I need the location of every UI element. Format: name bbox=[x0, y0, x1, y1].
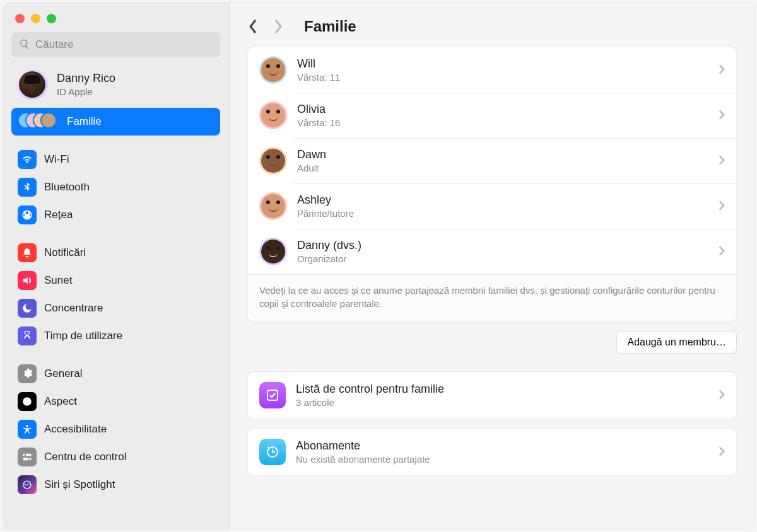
avatar bbox=[259, 147, 287, 175]
member-name: Dawn bbox=[297, 148, 326, 161]
avatar bbox=[259, 192, 287, 220]
sidebar-item-bluetooth[interactable]: Bluetooth bbox=[11, 173, 220, 201]
sidebar-item-label: Wi-Fi bbox=[44, 153, 69, 166]
chevron-right-icon bbox=[719, 389, 725, 402]
sidebar-item-network[interactable]: Rețea bbox=[11, 201, 220, 229]
checklist-icon bbox=[259, 382, 286, 408]
members-footer-text: Vedeți la ce au acces și ce anume partaj… bbox=[248, 274, 736, 321]
hourglass-icon bbox=[18, 327, 37, 345]
account-name: Danny Rico bbox=[57, 72, 115, 85]
sidebar-item-label: Accesibilitate bbox=[44, 423, 107, 436]
sidebar-item-control-center[interactable]: Centru de control bbox=[11, 443, 220, 471]
sidebar-item-sound[interactable]: Sunet bbox=[11, 267, 220, 294]
svg-point-2 bbox=[25, 454, 26, 456]
sidebar-item-label: Sunet bbox=[44, 274, 72, 287]
search-field[interactable] bbox=[11, 32, 220, 57]
sidebar-item-family[interactable]: Familie bbox=[11, 108, 220, 136]
member-sub: Adult bbox=[297, 163, 326, 173]
sidebar-item-wifi[interactable]: Wi-Fi bbox=[11, 146, 220, 173]
sidebar-item-label: Timp de utilizare bbox=[44, 330, 122, 342]
family-members-panel: Will Vârsta: 11 Olivia Vârsta: 16 Dawn A… bbox=[247, 47, 737, 322]
chevron-right-icon bbox=[719, 200, 725, 213]
subscriptions-icon bbox=[259, 439, 286, 465]
member-sub: Vârsta: 11 bbox=[297, 72, 340, 83]
main-header: Familie bbox=[230, 3, 754, 47]
siri-icon bbox=[18, 475, 37, 494]
sidebar-item-label: Notificări bbox=[44, 246, 86, 259]
family-member-row[interactable]: Ashley Părinte/tutore bbox=[248, 183, 736, 229]
chevron-right-icon bbox=[719, 64, 725, 77]
nav-forward-button bbox=[273, 18, 284, 35]
option-title: Abonamente bbox=[296, 439, 430, 453]
subscriptions-panel: Abonamente Nu există abonamente partajat… bbox=[247, 428, 737, 476]
sidebar-item-account[interactable]: Danny Rico ID Apple bbox=[3, 62, 229, 107]
sidebar-item-accessibility[interactable]: Accesibilitate bbox=[11, 415, 220, 443]
avatar bbox=[259, 56, 287, 84]
svg-point-0 bbox=[26, 425, 28, 427]
search-input[interactable] bbox=[35, 38, 213, 51]
option-title: Listă de control pentru familie bbox=[296, 383, 444, 396]
search-icon bbox=[19, 38, 30, 52]
sidebar-item-label: Aspect bbox=[44, 395, 77, 408]
sidebar-item-label: Rețea bbox=[44, 209, 73, 221]
svg-point-4 bbox=[28, 458, 30, 460]
member-name: Olivia bbox=[297, 103, 340, 116]
minimize-icon[interactable] bbox=[31, 14, 40, 23]
globe-icon bbox=[18, 205, 37, 224]
option-sub: Nu există abonamente partajate bbox=[296, 454, 430, 465]
sidebar-item-siri[interactable]: Siri și Spotlight bbox=[11, 471, 220, 499]
account-sub: ID Apple bbox=[57, 86, 115, 97]
svg-rect-1 bbox=[23, 454, 32, 456]
gear-icon bbox=[18, 364, 37, 383]
bluetooth-icon bbox=[18, 178, 37, 197]
family-member-row[interactable]: Danny (dvs.) Organizator bbox=[248, 229, 736, 274]
svg-rect-3 bbox=[23, 458, 32, 461]
chevron-right-icon bbox=[719, 154, 725, 168]
sidebar-item-appearance[interactable]: Aspect bbox=[11, 388, 220, 415]
sidebar-item-label: Siri și Spotlight bbox=[44, 478, 115, 491]
avatar bbox=[259, 101, 287, 129]
wifi-icon bbox=[18, 150, 37, 169]
member-sub: Vârsta: 16 bbox=[297, 117, 340, 128]
add-member-button[interactable]: Adaugă un membru… bbox=[616, 331, 737, 354]
main-content: Familie Will Vârsta: 11 Olivia Vârsta: 1… bbox=[230, 3, 754, 529]
avatar bbox=[259, 238, 287, 265]
sidebar-item-label: General bbox=[44, 367, 82, 380]
bell-icon bbox=[18, 243, 37, 262]
speaker-icon bbox=[18, 271, 37, 290]
page-title: Familie bbox=[304, 18, 356, 35]
member-name: Ashley bbox=[297, 194, 354, 207]
subscriptions-row[interactable]: Abonamente Nu există abonamente partajat… bbox=[248, 429, 736, 475]
family-member-row[interactable]: Olivia Vârsta: 16 bbox=[248, 93, 736, 138]
avatar bbox=[16, 69, 48, 100]
moon-icon bbox=[18, 299, 37, 318]
zoom-icon[interactable] bbox=[47, 14, 56, 23]
sidebar-item-general[interactable]: General bbox=[11, 360, 220, 388]
sidebar-item-screentime[interactable]: Timp de utilizare bbox=[11, 322, 220, 350]
accessibility-icon bbox=[18, 420, 37, 439]
sidebar-item-notifications[interactable]: Notificări bbox=[11, 239, 220, 267]
sidebar-item-label: Familie bbox=[67, 115, 102, 128]
sidebar: Danny Rico ID Apple Familie Wi-Fi bbox=[3, 3, 230, 529]
appearance-icon bbox=[18, 392, 37, 411]
sidebar-item-label: Centru de control bbox=[44, 451, 126, 463]
chevron-right-icon bbox=[719, 109, 725, 122]
sliders-icon bbox=[18, 448, 37, 466]
member-sub: Părinte/tutore bbox=[297, 208, 354, 219]
chevron-right-icon bbox=[719, 446, 725, 459]
member-sub: Organizator bbox=[297, 253, 361, 264]
sidebar-item-focus[interactable]: Concentrare bbox=[11, 294, 220, 322]
option-sub: 3 articole bbox=[296, 397, 444, 408]
family-member-row[interactable]: Will Vârsta: 11 bbox=[248, 47, 736, 93]
family-checklist-panel: Listă de control pentru familie 3 artico… bbox=[247, 371, 737, 419]
window-controls bbox=[3, 9, 229, 32]
family-avatars-icon bbox=[18, 112, 59, 131]
settings-window: Danny Rico ID Apple Familie Wi-Fi bbox=[3, 3, 754, 529]
family-member-row[interactable]: Dawn Adult bbox=[248, 138, 736, 183]
nav-back-button[interactable] bbox=[247, 18, 259, 35]
member-name: Will bbox=[297, 57, 340, 71]
sidebar-item-label: Concentrare bbox=[44, 302, 103, 315]
chevron-right-icon bbox=[719, 245, 725, 258]
close-icon[interactable] bbox=[15, 14, 25, 23]
family-checklist-row[interactable]: Listă de control pentru familie 3 artico… bbox=[248, 372, 736, 419]
